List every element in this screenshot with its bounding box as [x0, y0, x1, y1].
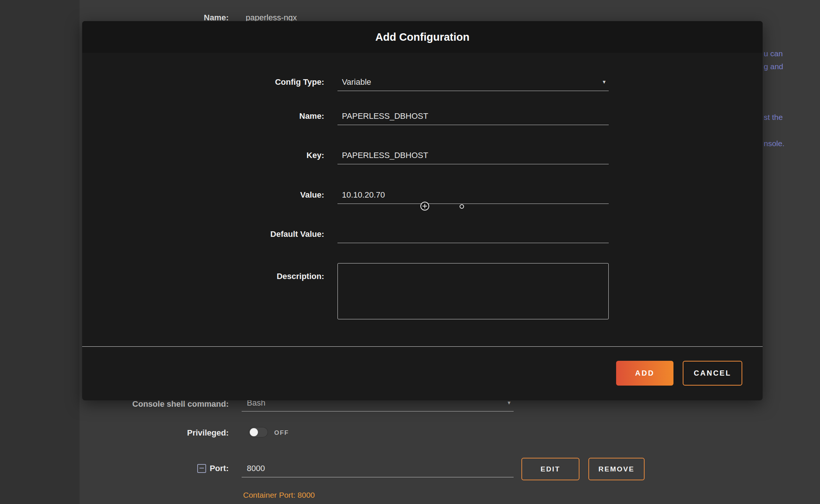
help-text-fragment: u can	[764, 49, 783, 58]
container-port-text: Container Port: 8000	[243, 491, 315, 500]
description-textarea[interactable]	[337, 263, 609, 319]
add-configuration-dialog: Add Configuration Config Type: Variable …	[82, 21, 763, 400]
toggle-knob-icon	[250, 428, 258, 436]
cancel-button[interactable]: CANCEL	[683, 361, 742, 386]
page-left-shade	[0, 0, 80, 504]
value-label: Value:	[82, 186, 324, 204]
name-input[interactable]	[337, 107, 609, 125]
help-text-fragment: st the	[764, 112, 783, 122]
remove-port-button[interactable]: REMOVE	[588, 458, 645, 480]
default-value-input[interactable]	[337, 225, 609, 243]
privileged-state-text: OFF	[274, 429, 289, 437]
mouse-cursor-icon	[420, 202, 429, 211]
footer-divider	[82, 346, 763, 347]
name-label: Name:	[82, 107, 324, 125]
screen: Name: paperless-ngx u can g and st the n…	[0, 0, 820, 504]
description-row: Description:	[82, 263, 763, 319]
default-value-row: Default Value:	[82, 225, 763, 243]
port-label: Port:	[111, 463, 229, 474]
name-row: Name:	[82, 107, 763, 125]
port-field[interactable]: 8000	[242, 460, 514, 477]
chevron-down-icon: ▼	[602, 73, 609, 91]
config-type-row: Config Type: Variable ▼	[82, 73, 763, 91]
key-input[interactable]	[337, 147, 609, 164]
dialog-title: Add Configuration	[82, 21, 763, 53]
edit-port-button[interactable]: EDIT	[521, 458, 579, 480]
description-label: Description:	[82, 263, 324, 282]
add-button[interactable]: ADD	[616, 361, 673, 386]
config-type-select[interactable]: Variable ▼	[337, 73, 609, 91]
dialog-header: Add Configuration	[82, 21, 763, 53]
cursor-ring-icon	[460, 204, 464, 209]
help-text-fragment: nsole.	[764, 139, 784, 148]
value-row: Value:	[82, 186, 763, 204]
privileged-label: Privileged:	[111, 428, 229, 438]
default-value-label: Default Value:	[82, 225, 324, 243]
port-value: 8000	[242, 460, 265, 477]
key-label: Key:	[82, 147, 324, 164]
value-input[interactable]	[337, 186, 609, 204]
config-type-value: Variable	[337, 73, 371, 91]
help-text-fragment: g and	[764, 62, 783, 71]
privileged-toggle[interactable]	[249, 427, 268, 437]
config-type-label: Config Type:	[82, 73, 324, 91]
key-row: Key:	[82, 147, 763, 164]
console-shell-command-label: Console shell command:	[111, 399, 229, 409]
